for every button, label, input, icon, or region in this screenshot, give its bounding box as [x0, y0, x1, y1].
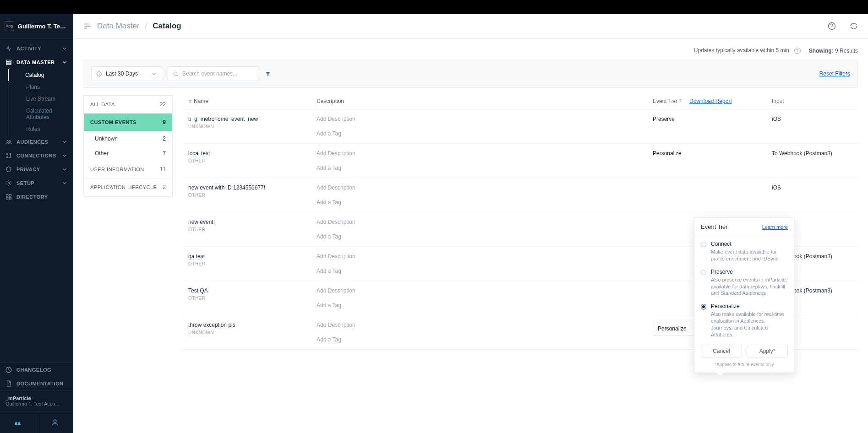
info-icon[interactable]: ?	[794, 48, 801, 54]
account-name: Guillermo T. Test Acco...	[5, 401, 68, 406]
nav-data-master[interactable]: DATA MASTER	[0, 55, 73, 69]
add-tag[interactable]: Add a Tag	[317, 336, 642, 343]
subcategory-unknown[interactable]: Unknown2	[84, 131, 172, 146]
event-name[interactable]: new event!	[188, 219, 306, 225]
subnav-catalog[interactable]: Catalog	[8, 69, 73, 81]
add-tag[interactable]: Add a Tag	[317, 130, 642, 137]
activity-icon	[5, 45, 12, 52]
add-tag[interactable]: Add a Tag	[317, 233, 642, 240]
updates-note: Updates typically available within 5 min…	[694, 47, 801, 54]
add-description[interactable]: Add Description	[317, 150, 355, 157]
nav-privacy[interactable]: PRIVACY	[0, 162, 73, 176]
tier-option-preserve[interactable]: PreserveAlso preserve events in mParticl…	[694, 264, 794, 299]
nav-changelog[interactable]: CHANGELOG	[0, 363, 73, 377]
radio-icon	[701, 304, 706, 309]
svg-rect-11	[9, 195, 11, 196]
svg-rect-12	[6, 197, 8, 199]
filter-bar: Last 30 Days Reset Filters	[83, 60, 858, 88]
add-description[interactable]: Add Description	[317, 253, 355, 260]
category-custom-events[interactable]: CUSTOM EVENTS9	[84, 114, 172, 131]
input-value: iOS	[766, 116, 858, 137]
nav-audiences[interactable]: AUDIENCES	[0, 135, 73, 149]
nav-documentation[interactable]: DOCUMENTATION	[0, 377, 73, 390]
audiences-icon	[5, 139, 12, 145]
svg-point-9	[8, 182, 10, 184]
event-type: UNKNOWN	[188, 124, 306, 129]
svg-point-7	[6, 157, 7, 157]
event-name[interactable]: throw exception pls	[188, 322, 306, 328]
add-tag[interactable]: Add a Tag	[317, 199, 642, 206]
directory-icon	[5, 194, 12, 200]
event-name[interactable]: new event with ID 1234556677!	[188, 184, 306, 191]
category-application-lifecycle[interactable]: APPLICATION LIFECYCLE2	[84, 179, 172, 196]
category-all-data[interactable]: ALL DATA22	[84, 96, 172, 114]
refresh-icon[interactable]	[850, 22, 858, 30]
chevron-down-icon	[61, 166, 68, 173]
event-name[interactable]: local test	[188, 150, 306, 157]
nav-directory[interactable]: DIRECTORY	[0, 190, 73, 204]
chevron-down-icon	[61, 45, 68, 52]
input-value: To Webhook (Postman3)	[766, 150, 858, 171]
workspace-switcher[interactable]: App Guillermo T. Test ...	[0, 14, 73, 39]
add-description[interactable]: Add Description	[317, 116, 355, 122]
table-row: local testOTHERAdd DescriptionAdd a TagP…	[183, 144, 858, 178]
tier-option-connect[interactable]: ConnectMake event data available for pro…	[694, 236, 794, 264]
event-type: OTHER	[188, 158, 306, 163]
col-name[interactable]: Name	[183, 98, 311, 104]
chevron-down-icon	[61, 139, 68, 145]
help-icon[interactable]	[828, 22, 836, 30]
search-input[interactable]	[182, 70, 254, 77]
search-input-wrap[interactable]	[168, 66, 259, 81]
info-icon[interactable]: ?	[679, 98, 685, 104]
svg-point-4	[9, 141, 11, 142]
tier-option-personalize[interactable]: PersonalizeAlso make available for real-…	[694, 298, 794, 340]
tier-value: Personalize	[653, 150, 682, 157]
category-panel: ALL DATA22CUSTOM EVENTS9Unknown2Other7US…	[83, 95, 173, 197]
svg-rect-10	[6, 195, 8, 196]
nav-activity[interactable]: ACTIVITY	[0, 42, 73, 55]
brand-icon[interactable]	[0, 411, 37, 433]
subnav-plans[interactable]: Plans	[9, 81, 73, 93]
breadcrumb-parent[interactable]: Data Master	[97, 22, 140, 31]
subnav-calculated-attributes[interactable]: Calculated Attributes	[9, 105, 73, 123]
date-range-dropdown[interactable]: Last 30 Days	[91, 66, 162, 81]
user-icon[interactable]	[37, 411, 74, 433]
reset-filters-link[interactable]: Reset Filters	[819, 70, 850, 77]
add-description[interactable]: Add Description	[317, 322, 355, 328]
add-tag[interactable]: Add a Tag	[317, 302, 642, 309]
add-description[interactable]: Add Description	[317, 287, 355, 294]
search-icon	[173, 71, 179, 77]
col-input[interactable]: Input	[766, 98, 858, 104]
breadcrumb-current: Catalog	[153, 22, 181, 31]
learn-more-link[interactable]: Learn more	[762, 224, 788, 230]
subnav-live-stream[interactable]: Live Stream	[9, 93, 73, 105]
page-header: Data Master / Catalog	[73, 14, 868, 39]
apply-button[interactable]: Apply*	[747, 345, 788, 357]
add-tag[interactable]: Add a Tag	[317, 268, 642, 274]
table-row: b_g_metronome_event_newUNKNOWNAdd Descri…	[183, 109, 858, 144]
subnav-rules[interactable]: Rules	[9, 123, 73, 135]
cancel-button[interactable]: Cancel	[701, 345, 742, 357]
add-description[interactable]: Add Description	[317, 184, 355, 191]
subcategory-other[interactable]: Other7	[84, 146, 172, 161]
col-description[interactable]: Description	[311, 98, 647, 104]
chevron-down-icon	[61, 59, 68, 65]
account-block[interactable]: _mParticle Guillermo T. Test Acco...	[0, 390, 73, 411]
filter-icon[interactable]	[265, 70, 271, 77]
input-value: iOS	[766, 184, 858, 206]
event-name[interactable]: qa test	[188, 253, 306, 260]
connections-icon	[5, 152, 12, 159]
nav-connections[interactable]: CONNECTIONS	[0, 149, 73, 162]
chevron-down-icon	[61, 180, 68, 186]
event-name[interactable]: b_g_metronome_event_new	[188, 116, 306, 122]
table-row: new event with ID 1234556677!OTHERAdd De…	[183, 178, 858, 212]
add-description[interactable]: Add Description	[317, 219, 355, 225]
add-tag[interactable]: Add a Tag	[317, 165, 642, 171]
download-report-link[interactable]: Download Report	[689, 98, 732, 104]
event-name[interactable]: Test QA	[188, 287, 306, 294]
event-tier-popover: Event Tier Learn more ConnectMake event …	[694, 217, 795, 373]
nav-setup[interactable]: SETUP	[0, 176, 73, 190]
category-user-information[interactable]: USER INFORMATION11	[84, 161, 172, 179]
chevron-down-icon	[61, 152, 68, 159]
collapse-icon[interactable]	[83, 22, 92, 30]
